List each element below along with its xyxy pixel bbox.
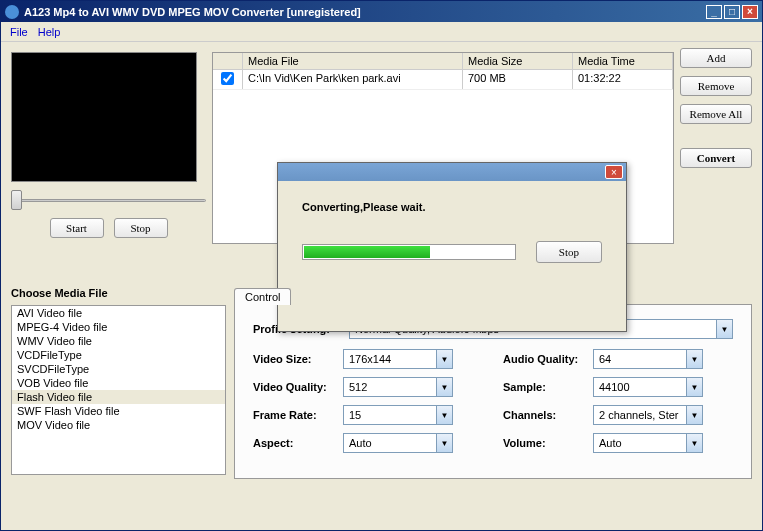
remove-button[interactable]: Remove xyxy=(680,76,752,96)
frame-rate-combo[interactable]: 15▼ xyxy=(343,405,453,425)
audio-quality-combo[interactable]: 64▼ xyxy=(593,349,703,369)
converting-dialog: × Converting,Please wait. Stop xyxy=(277,162,627,332)
sample-combo[interactable]: 44100▼ xyxy=(593,377,703,397)
chevron-down-icon: ▼ xyxy=(436,350,452,368)
col-media-size-header: Media Size xyxy=(463,53,573,69)
progress-fill xyxy=(304,246,430,258)
sample-label: Sample: xyxy=(503,381,593,393)
table-row[interactable]: C:\In Vid\Ken Park\ken park.avi 700 MB 0… xyxy=(213,70,673,90)
chevron-down-icon: ▼ xyxy=(436,434,452,452)
checkbox-input[interactable] xyxy=(221,72,234,85)
list-item[interactable]: AVI Video file xyxy=(12,306,225,320)
list-item[interactable]: VOB Video file xyxy=(12,376,225,390)
slider-thumb[interactable] xyxy=(11,190,22,210)
remove-all-button[interactable]: Remove All xyxy=(680,104,752,124)
volume-combo[interactable]: Auto▼ xyxy=(593,433,703,453)
content-area: Start Stop Media File Media Size Media T… xyxy=(1,42,762,530)
titlebar: A123 Mp4 to AVI WMV DVD MPEG MOV Convert… xyxy=(1,1,762,22)
video-size-label: Video Size: xyxy=(253,353,343,365)
table-header: Media File Media Size Media Time xyxy=(213,53,673,70)
preview-buttons: Start Stop xyxy=(11,218,206,238)
preview-area: Start Stop xyxy=(11,52,206,257)
list-item[interactable]: SVCDFileType xyxy=(12,362,225,376)
main-window: A123 Mp4 to AVI WMV DVD MPEG MOV Convert… xyxy=(0,0,763,531)
add-button[interactable]: Add xyxy=(680,48,752,68)
dialog-stop-button[interactable]: Stop xyxy=(536,241,602,263)
col-media-time-header: Media Time xyxy=(573,53,673,69)
dialog-body: Converting,Please wait. Stop xyxy=(278,181,626,273)
menubar: File Help xyxy=(1,22,762,42)
tab-control[interactable]: Control xyxy=(234,288,291,305)
dialog-titlebar: × xyxy=(278,163,626,181)
row-time: 01:32:22 xyxy=(573,70,673,89)
chevron-down-icon: ▼ xyxy=(686,406,702,424)
slider-track-line xyxy=(11,199,206,202)
choose-area: Choose Media File AVI Video fileMPEG-4 V… xyxy=(11,287,226,479)
right-settings: Audio Quality:64▼ Sample:44100▼ Channels… xyxy=(503,349,733,461)
maximize-button[interactable]: □ xyxy=(724,5,740,19)
chevron-down-icon: ▼ xyxy=(686,434,702,452)
dialog-message: Converting,Please wait. xyxy=(302,201,602,213)
chevron-down-icon: ▼ xyxy=(686,378,702,396)
volume-label: Volume: xyxy=(503,437,593,449)
aspect-label: Aspect: xyxy=(253,437,343,449)
window-controls: _ □ × xyxy=(706,5,758,19)
dialog-close-button[interactable]: × xyxy=(605,165,623,179)
choose-title: Choose Media File xyxy=(11,287,226,299)
chevron-down-icon: ▼ xyxy=(436,378,452,396)
list-item[interactable]: WMV Video file xyxy=(12,334,225,348)
window-title: A123 Mp4 to AVI WMV DVD MPEG MOV Convert… xyxy=(24,6,706,18)
channels-combo[interactable]: 2 channels, Ster▼ xyxy=(593,405,703,425)
row-checkbox[interactable] xyxy=(213,70,243,89)
action-buttons: Add Remove Remove All Convert xyxy=(680,48,752,257)
list-item[interactable]: VCDFileType xyxy=(12,348,225,362)
dialog-bottom: Stop xyxy=(302,241,602,263)
aspect-combo[interactable]: Auto▼ xyxy=(343,433,453,453)
preview-screen xyxy=(11,52,197,182)
close-button[interactable]: × xyxy=(742,5,758,19)
convert-button[interactable]: Convert xyxy=(680,148,752,168)
progress-bar xyxy=(302,244,516,260)
setting-columns: Video Size:176x144▼ Video Quality:512▼ F… xyxy=(253,349,733,461)
list-item[interactable]: SWF Flash Video file xyxy=(12,404,225,418)
col-check-header xyxy=(213,53,243,69)
left-settings: Video Size:176x144▼ Video Quality:512▼ F… xyxy=(253,349,483,461)
chevron-down-icon: ▼ xyxy=(436,406,452,424)
video-quality-label: Video Quality: xyxy=(253,381,343,393)
minimize-button[interactable]: _ xyxy=(706,5,722,19)
video-quality-combo[interactable]: 512▼ xyxy=(343,377,453,397)
row-size: 700 MB xyxy=(463,70,573,89)
row-file: C:\In Vid\Ken Park\ken park.avi xyxy=(243,70,463,89)
col-media-file-header: Media File xyxy=(243,53,463,69)
video-size-combo[interactable]: 176x144▼ xyxy=(343,349,453,369)
seek-slider[interactable] xyxy=(11,190,206,210)
list-item[interactable]: MPEG-4 Video file xyxy=(12,320,225,334)
choose-list[interactable]: AVI Video fileMPEG-4 Video fileWMV Video… xyxy=(11,305,226,475)
audio-quality-label: Audio Quality: xyxy=(503,353,593,365)
frame-rate-label: Frame Rate: xyxy=(253,409,343,421)
app-icon xyxy=(5,5,19,19)
preview-stop-button[interactable]: Stop xyxy=(114,218,168,238)
preview-start-button[interactable]: Start xyxy=(50,218,104,238)
list-item[interactable]: Flash Video file xyxy=(12,390,225,404)
chevron-down-icon: ▼ xyxy=(716,320,732,338)
menu-file[interactable]: File xyxy=(5,26,33,38)
list-item[interactable]: MOV Video file xyxy=(12,418,225,432)
menu-help[interactable]: Help xyxy=(33,26,66,38)
channels-label: Channels: xyxy=(503,409,593,421)
chevron-down-icon: ▼ xyxy=(686,350,702,368)
